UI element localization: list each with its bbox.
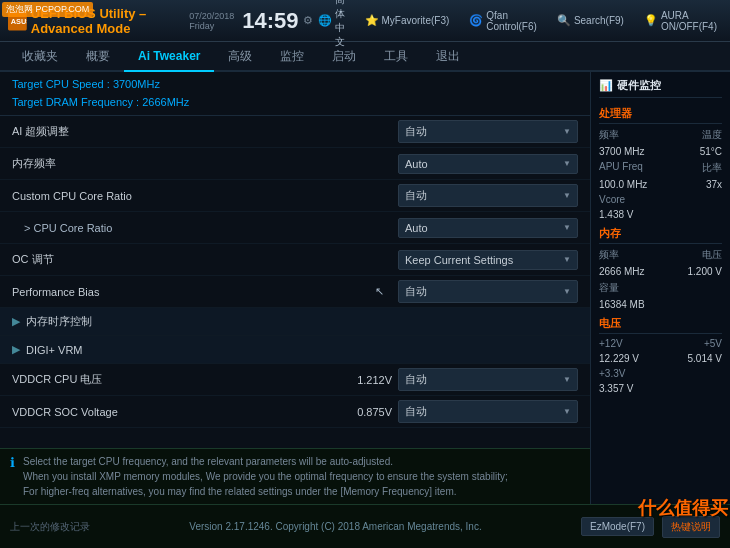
qfan-btn[interactable]: 🌀 Qfan Control(F6) <box>464 8 542 34</box>
tab-tools[interactable]: 工具 <box>370 42 422 72</box>
setting-oc-adjust[interactable]: OC 调节 Keep Current Settings ▼ <box>0 244 590 276</box>
qfan-label: Qfan Control(F6) <box>486 10 537 32</box>
tab-ai-tweaker[interactable]: Ai Tweaker <box>124 42 214 72</box>
setting-label-ai: AI 超频调整 <box>12 124 398 139</box>
aura-btn[interactable]: 💡 AURA ON/OFF(F4) <box>639 8 722 34</box>
tab-exit[interactable]: 退出 <box>422 42 474 72</box>
dropdown-val-mem-freq: Auto <box>405 158 428 170</box>
dropdown-val-ai: 自动 <box>405 124 427 139</box>
setting-label-vddcr-cpu: VDDCR CPU 电压 <box>12 372 342 387</box>
sidebar-row-cpu-header: 频率 温度 <box>599 128 722 142</box>
vcore-val: 1.438 V <box>599 209 633 220</box>
dropdown-vddcr-cpu[interactable]: 自动 ▼ <box>398 368 578 391</box>
section-label-digi-vrm: DIGI+ VRM <box>26 344 578 356</box>
chevron-down-icon-3: ▼ <box>563 191 571 200</box>
sidebar-row-volt-vals: 12.229 V 5.014 V <box>599 353 722 364</box>
dropdown-val-vddcr-soc: 自动 <box>405 404 427 419</box>
apu-ratio-label: 比率 <box>702 161 722 175</box>
dropdown-cpu-ratio[interactable]: 自动 ▼ <box>398 184 578 207</box>
myfavorite-label: MyFavorite(F3) <box>382 15 450 26</box>
mem-cap-val: 16384 MB <box>599 299 645 310</box>
section-digi-vrm[interactable]: ▶ DIGI+ VRM <box>0 336 590 364</box>
v5-label: +5V <box>704 338 722 349</box>
settings-list: AI 超频调整 自动 ▼ 内存频率 Auto ▼ Custom CPU Core… <box>0 116 590 448</box>
search-btn[interactable]: 🔍 Search(F9) <box>552 12 629 29</box>
chevron-down-icon-5: ▼ <box>563 255 571 264</box>
tab-boot[interactable]: 启动 <box>318 42 370 72</box>
sidebar-row-mem-vals: 2666 MHz 1.200 V <box>599 266 722 277</box>
hardware-monitor-sidebar: 📊 硬件监控 处理器 频率 温度 3700 MHz 51°C APU Freq … <box>590 72 730 504</box>
chevron-down-icon-4: ▼ <box>563 223 571 232</box>
mem-volt-val: 1.200 V <box>688 266 722 277</box>
aura-icon: 💡 <box>644 14 658 27</box>
setting-label-cpu-ratio-sub: > CPU Core Ratio <box>24 222 398 234</box>
footer-history-label: 上一次的修改记录 <box>10 520 90 534</box>
apu-ratio-val: 37x <box>706 179 722 190</box>
datetime-block: 07/20/2018 Friday <box>189 11 234 31</box>
info-bar: ℹ Select the target CPU frequency, and t… <box>0 448 590 504</box>
date-display: 07/20/2018 <box>189 11 234 21</box>
dropdown-cpu-ratio-sub[interactable]: Auto ▼ <box>398 218 578 238</box>
sidebar-row-mem-cap-val: 16384 MB <box>599 299 722 310</box>
chevron-down-icon-6: ▼ <box>563 287 571 296</box>
day-display: Friday <box>189 21 234 31</box>
sidebar-title: 📊 硬件监控 <box>599 78 722 98</box>
setting-memory-freq[interactable]: 内存频率 Auto ▼ <box>0 148 590 180</box>
dropdown-ai-overclock[interactable]: 自动 ▼ <box>398 120 578 143</box>
sidebar-row-mem-cap-label: 容量 <box>599 281 722 295</box>
cpu-freq-val: 3700 MHz <box>599 146 645 157</box>
mem-volt-label: 电压 <box>702 248 722 262</box>
v5-val: 5.014 V <box>688 353 722 364</box>
vddcr-cpu-value-group: 1.212V 自动 ▼ <box>342 368 578 391</box>
tab-overview[interactable]: 概要 <box>72 42 124 72</box>
myfavorite-btn[interactable]: ⭐ MyFavorite(F3) <box>360 12 455 29</box>
cpu-temp-val: 51°C <box>700 146 722 157</box>
chevron-down-icon-7: ▼ <box>563 375 571 384</box>
dropdown-oc[interactable]: Keep Current Settings ▼ <box>398 250 578 270</box>
dropdown-mem-freq[interactable]: Auto ▼ <box>398 154 578 174</box>
gear-icon[interactable]: ⚙ <box>303 14 313 27</box>
v12-val: 12.229 V <box>599 353 639 364</box>
time-display: 14:59 <box>242 8 298 34</box>
v33-val: 3.357 V <box>599 383 633 394</box>
v12-label: +12V <box>599 338 623 349</box>
info-line-3: For higher-freq alternatives, you may fi… <box>23 484 508 499</box>
setting-vddcr-cpu[interactable]: VDDCR CPU 电压 1.212V 自动 ▼ <box>0 364 590 396</box>
sidebar-title-text: 硬件监控 <box>617 78 661 93</box>
footer-version: Version 2.17.1246. Copyright (C) 2018 Am… <box>189 521 481 532</box>
setting-cpu-core-ratio[interactable]: Custom CPU Core Ratio 自动 ▼ <box>0 180 590 212</box>
cpu-freq-label: 频率 <box>599 128 619 142</box>
tab-favorites[interactable]: 收藏夹 <box>8 42 72 72</box>
setting-label-vddcr-soc: VDDCR SOC Voltage <box>12 406 342 418</box>
fan-icon: 🌀 <box>469 14 483 27</box>
setting-vddcr-soc[interactable]: VDDCR SOC Voltage 0.875V 自动 ▼ <box>0 396 590 428</box>
dropdown-val-perf-bias: 自动 <box>405 284 427 299</box>
sidebar-row-apu-vals: 100.0 MHz 37x <box>599 179 722 190</box>
tab-monitor[interactable]: 监控 <box>266 42 318 72</box>
target-dram: Target DRAM Frequency : 2666MHz <box>12 94 578 112</box>
sidebar-row-mem-header: 频率 电压 <box>599 248 722 262</box>
sidebar-row-vcore-label: Vcore <box>599 194 722 205</box>
setting-perf-bias[interactable]: Performance Bias ↖ 自动 ▼ <box>0 276 590 308</box>
setting-cpu-core-ratio-sub[interactable]: > CPU Core Ratio Auto ▼ <box>0 212 590 244</box>
main-layout: Target CPU Speed : 3700MHz Target DRAM F… <box>0 72 730 504</box>
cursor-indicator: ↖ <box>375 285 384 298</box>
setting-label-perf-bias: Performance Bias <box>12 286 375 298</box>
sidebar-row-apu-header: APU Freq 比率 <box>599 161 722 175</box>
dropdown-val-vddcr-cpu: 自动 <box>405 372 427 387</box>
search-icon: 🔍 <box>557 14 571 27</box>
header-bar: ASUS UEFI BIOS Utility – Advanced Mode 0… <box>0 0 730 42</box>
watermark-pcpop: 泡泡网 PCPOP.COM <box>2 2 93 17</box>
section-memory-timing[interactable]: ▶ 内存时序控制 <box>0 308 590 336</box>
dropdown-vddcr-soc[interactable]: 自动 ▼ <box>398 400 578 423</box>
setting-ai-overclock[interactable]: AI 超频调整 自动 ▼ <box>0 116 590 148</box>
title-mode: Advanced Mode <box>31 21 131 36</box>
sidebar-row-v33-val: 3.357 V <box>599 383 722 394</box>
tab-advanced[interactable]: 高级 <box>214 42 266 72</box>
dropdown-perf-bias[interactable]: 自动 ▼ <box>398 280 578 303</box>
dropdown-val-cpu-ratio-sub: Auto <box>405 222 428 234</box>
apu-freq-label: APU Freq <box>599 161 643 175</box>
target-bar: Target CPU Speed : 3700MHz Target DRAM F… <box>0 72 590 116</box>
vddcr-cpu-value: 1.212V <box>342 374 392 386</box>
aura-label: AURA ON/OFF(F4) <box>661 10 717 32</box>
